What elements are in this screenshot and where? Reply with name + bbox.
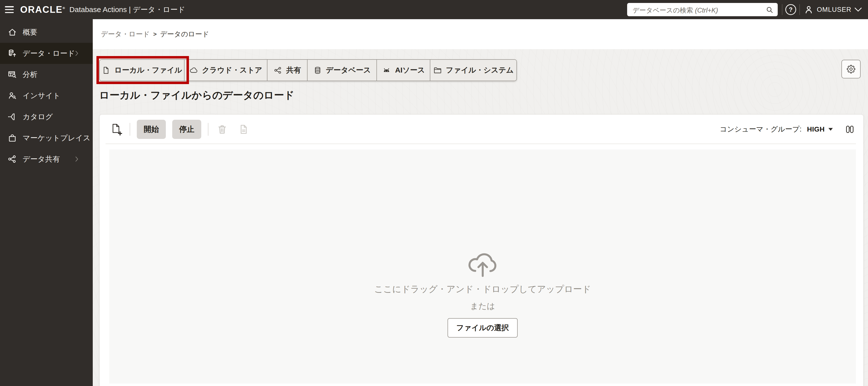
chevron-right-icon xyxy=(74,50,80,58)
caret-down-icon xyxy=(828,127,833,131)
stop-button[interactable]: 停止 xyxy=(172,120,201,139)
binoculars-icon xyxy=(844,124,855,135)
select-file-button[interactable]: ファイルの選択 xyxy=(447,318,518,337)
sidebar-item-insight[interactable]: インサイト xyxy=(0,85,93,106)
report-button[interactable] xyxy=(238,124,249,135)
help-icon[interactable]: ? xyxy=(785,4,796,15)
cloud-upload-icon xyxy=(464,246,501,277)
chevron-right-icon xyxy=(74,156,80,163)
user-menu[interactable]: OMLUSER xyxy=(804,0,862,19)
gear-icon xyxy=(846,64,856,74)
toolbar-right: コンシューマ・グループ: HIGH xyxy=(720,115,856,144)
data-load-icon xyxy=(7,49,18,58)
dropzone-or-text: または xyxy=(470,301,495,312)
document-icon xyxy=(238,124,249,135)
breadcrumb: データ・ロード > データのロード xyxy=(93,19,868,49)
toolbar: 開始 停止 コンシューマ・グループ: xyxy=(100,115,863,144)
database-icon xyxy=(313,66,322,75)
android-icon xyxy=(382,66,391,75)
marketplace-icon xyxy=(7,133,18,143)
breadcrumb-current: データのロード xyxy=(160,30,209,39)
search-input[interactable] xyxy=(627,3,778,16)
topbar-divider xyxy=(799,4,800,15)
page-title: ローカル・ファイルからのデータのロード xyxy=(99,89,294,102)
sidebar-item-data-load[interactable]: データ・ロード xyxy=(0,43,93,64)
folder-icon xyxy=(433,66,442,75)
consumer-group-label: コンシューマ・グループ: xyxy=(720,124,802,134)
insight-icon xyxy=(7,91,18,101)
database-search-box[interactable]: データベースの検索 (Ctrl+K) xyxy=(627,3,778,16)
sidebar-item-overview[interactable]: 概要 xyxy=(0,22,93,43)
sidebar: 概要 データ・ロード 分析 xyxy=(0,19,93,386)
preview-button[interactable] xyxy=(844,124,855,135)
app-title: Database Actions | データ・ロード xyxy=(69,5,185,15)
dropzone-text: ここにドラッグ・アンド・ドロップしてアップロード xyxy=(374,283,591,295)
tab-share[interactable]: 共有 xyxy=(267,60,307,81)
breadcrumb-data-load[interactable]: データ・ロード xyxy=(101,30,150,39)
share-icon xyxy=(274,66,282,75)
oracle-logo: ORACLE® xyxy=(20,4,65,15)
tab-local-file[interactable]: ローカル・ファイル xyxy=(100,60,184,81)
settings-button[interactable] xyxy=(841,60,861,78)
page-root: ORACLE® Database Actions | データ・ロード データベー… xyxy=(0,0,868,386)
tab-database[interactable]: データベース xyxy=(307,60,376,81)
hamburger-menu-icon[interactable] xyxy=(5,6,14,13)
chevron-down-icon xyxy=(855,7,862,12)
add-file-button[interactable] xyxy=(110,123,123,136)
topbar: ORACLE® Database Actions | データ・ロード データベー… xyxy=(0,0,868,19)
home-icon xyxy=(7,27,18,37)
file-plus-icon xyxy=(110,123,123,136)
topbar-divider xyxy=(782,4,782,15)
toolbar-divider xyxy=(208,123,208,136)
tab-cloud-store[interactable]: クラウド・ストア xyxy=(184,60,267,81)
toolbar-divider xyxy=(130,123,130,136)
consumer-group-select[interactable]: HIGH xyxy=(807,125,833,133)
sidebar-item-marketplace[interactable]: マーケットプレイス xyxy=(0,127,93,149)
analysis-icon xyxy=(7,70,18,79)
delete-button[interactable] xyxy=(217,124,228,135)
source-tabs: ローカル・ファイル クラウド・ストア 共有 データベース xyxy=(99,59,517,81)
data-share-icon xyxy=(7,154,18,164)
data-load-card: 開始 停止 コンシューマ・グループ: xyxy=(99,114,864,386)
main-content: ローカル・ファイル クラウド・ストア 共有 データベース xyxy=(93,49,868,386)
start-button[interactable]: 開始 xyxy=(137,120,166,139)
user-icon xyxy=(804,4,814,15)
search-icon xyxy=(766,6,774,14)
trash-icon xyxy=(217,124,228,135)
sidebar-item-data-share[interactable]: データ共有 xyxy=(0,149,93,170)
tab-file-system[interactable]: ファイル・システム xyxy=(430,60,517,81)
cloud-icon xyxy=(189,66,198,75)
user-name: OMLUSER xyxy=(817,6,851,13)
breadcrumb-separator: > xyxy=(153,31,157,38)
file-icon xyxy=(102,66,111,75)
sidebar-item-analysis[interactable]: 分析 xyxy=(0,64,93,85)
upload-dropzone[interactable]: ここにドラッグ・アンド・ドロップしてアップロード または ファイルの選択 xyxy=(109,150,856,384)
catalog-icon xyxy=(7,112,18,122)
tab-ai-source[interactable]: AIソース xyxy=(376,60,430,81)
sidebar-item-catalog[interactable]: カタログ xyxy=(0,106,93,127)
